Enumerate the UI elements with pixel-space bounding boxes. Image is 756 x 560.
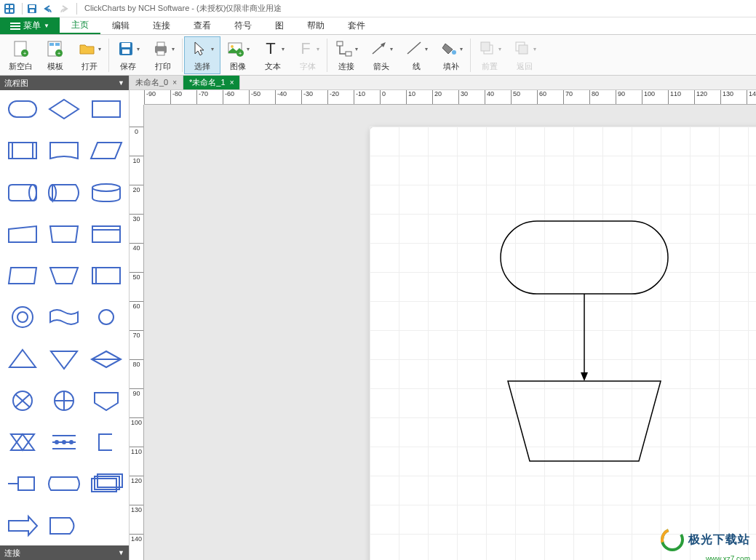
ribbon-connect-button[interactable]: ▾连接 [329,36,364,74]
ribbon-template-button[interactable]: +模板 [39,36,72,74]
shape-palette-item-12[interactable] [3,261,42,290]
shape-palette-item-0[interactable] [3,95,42,124]
shape-palette-item-26[interactable] [87,428,126,457]
svg-point-77 [70,441,73,444]
shape-palette-item-24[interactable] [3,428,42,457]
ribbon-print-button[interactable]: ▾打印 [146,36,180,74]
app-icon[interactable] [3,2,16,15]
ruler-tick: 130 [130,505,143,513]
ribbon-open-button[interactable]: ▾打开 [72,36,107,74]
ruler-tick: -50 [249,90,260,104]
shape-palette-item-6[interactable] [3,178,42,207]
shape-palette-item-11[interactable] [87,220,126,249]
svg-point-50 [92,184,120,191]
ribbon-line-button[interactable]: ▾线 [399,36,434,74]
ruler-tick: 130 [720,90,733,104]
font-icon: F▾ [296,38,319,60]
shape-palette-item-4[interactable] [45,136,84,165]
shape-palette-item-25[interactable] [45,428,84,457]
shapes-panel-header[interactable]: 流程图 ▼ [0,76,129,90]
shape-palette-item-29[interactable] [87,469,126,498]
qat-divider [22,3,23,15]
ruler-tick: 140 [130,534,143,543]
doc-tab-1[interactable]: *未命名_1 × [183,76,240,89]
ruler-tick: 140 [747,90,756,104]
shapes-panel-footer[interactable]: 连接 ▼ [0,545,129,560]
shape-palette-item-28[interactable] [45,469,84,498]
ruler-tick: 110 [668,90,681,104]
shape-palette-item-31[interactable] [45,511,84,540]
ribbon-text-button[interactable]: T▾文本 [255,36,290,74]
shape-palette-item-17[interactable] [87,303,126,332]
svg-rect-7 [30,9,34,12]
shape-palette-item-1[interactable] [45,95,84,124]
shape-palette-item-3[interactable] [3,136,42,165]
svg-rect-4 [10,9,13,12]
shape-palette-item-13[interactable] [45,261,84,290]
shape-palette-item-14[interactable] [87,261,126,290]
shape-palette-item-5[interactable] [87,136,126,165]
menu-tab-edit[interactable]: 编辑 [100,17,141,34]
doc-tab-0[interactable]: 未命名_0 × [130,76,183,89]
svg-marker-47 [91,143,122,159]
shape-palette-item-19[interactable] [45,345,84,374]
ribbon-font-button: F▾字体 [290,36,325,74]
shape-palette-item-8[interactable] [87,178,126,207]
svg-rect-24 [157,51,164,55]
svg-text:F: F [301,39,310,57]
shape-palette-item-7[interactable] [45,178,84,207]
menu-tab-home[interactable]: 主页 [60,17,100,34]
svg-point-36 [452,50,456,55]
undo-icon[interactable] [41,2,55,15]
ribbon-arrow-button[interactable]: ▾箭头 [364,36,399,74]
close-icon[interactable]: × [172,79,177,87]
shape-palette-item-9[interactable] [3,220,42,249]
redo-icon[interactable] [57,2,71,15]
shape-palette-item-15[interactable] [3,303,42,332]
menu-tab-symbol[interactable]: 符号 [223,17,263,34]
image-icon: +▾ [226,38,250,60]
svg-rect-15 [49,43,54,46]
ruler-tick: 20 [432,90,442,104]
print-icon: ▾ [151,38,175,60]
svg-marker-55 [9,268,36,284]
shape-palette-item-30[interactable] [3,511,42,540]
shape-palette-item-18[interactable] [3,345,42,374]
menu-tab-help[interactable]: 帮助 [295,17,336,34]
ribbon-select-button[interactable]: ▾选择 [184,36,220,74]
ribbon-new-button[interactable]: +新空白 [3,36,39,74]
svg-point-60 [17,312,28,322]
close-icon[interactable]: × [230,79,234,87]
menu-tab-view[interactable]: 查看 [182,17,223,34]
svg-point-61 [99,310,114,324]
shape-palette-item-10[interactable] [45,220,84,249]
arrow-head-icon [581,372,588,381]
shape-palette-item-23[interactable] [87,386,126,415]
ribbon-fill-button[interactable]: ▾填补 [434,36,469,74]
ruler-tick: 110 [130,447,143,455]
shape-palette-item-20[interactable] [87,345,126,374]
menu-tab-suite[interactable]: 套件 [336,17,377,34]
ribbon-separator [182,39,183,72]
ribbon-separator [108,39,109,72]
shape-palette-item-16[interactable] [45,303,84,332]
canvas[interactable] [144,105,756,560]
ruler-tick: -10 [354,90,365,104]
template-icon: + [46,38,65,60]
ruler-vertical: 0102030405060708090100110120130140150 [130,105,144,560]
flowchart-terminator[interactable] [501,221,668,294]
shape-palette-item-2[interactable] [87,95,126,124]
menu-tab-diagram[interactable]: 图 [263,17,295,34]
flowchart-manual-operation[interactable] [508,381,661,461]
ruler-tick: -80 [170,90,182,104]
shapes-grid [0,90,129,545]
shape-palette-item-22[interactable] [45,386,84,415]
ribbon-save-button[interactable]: ▾保存 [111,36,146,74]
main-menu-button[interactable]: 菜单 ▼ [0,17,60,34]
save-icon[interactable] [25,2,39,15]
menu-tab-connect[interactable]: 连接 [141,17,182,34]
shape-palette-item-21[interactable] [3,386,42,415]
shape-palette-item-27[interactable] [3,469,42,498]
ribbon-image-button[interactable]: +▾图像 [220,36,255,74]
svg-rect-43 [92,101,120,117]
